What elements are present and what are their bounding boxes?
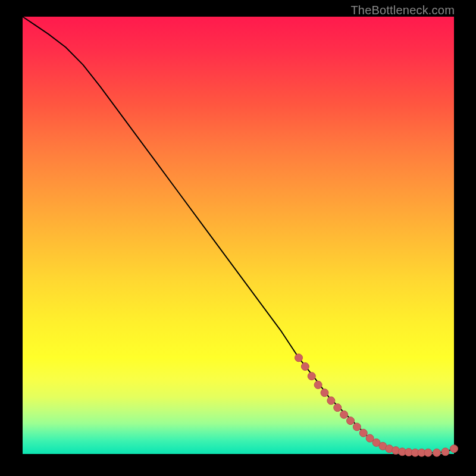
watermark-text: TheBottleneck.com xyxy=(350,4,455,17)
curve-path xyxy=(23,17,454,453)
data-point xyxy=(321,389,328,397)
chart-stage: TheBottleneck.com xyxy=(0,0,476,476)
data-point xyxy=(441,448,449,456)
data-point xyxy=(314,381,322,389)
data-point xyxy=(308,372,315,380)
data-point xyxy=(353,423,361,431)
data-point xyxy=(359,429,367,437)
data-point xyxy=(450,445,458,453)
data-point xyxy=(301,363,309,371)
data-point xyxy=(295,354,303,362)
chart-curve xyxy=(23,17,454,453)
chart-markers xyxy=(295,354,458,456)
data-point xyxy=(340,411,348,418)
data-point xyxy=(334,404,342,412)
chart-overlay xyxy=(23,17,454,454)
data-point xyxy=(433,449,441,456)
data-point xyxy=(424,449,432,456)
data-point xyxy=(327,397,335,405)
data-point xyxy=(347,417,355,425)
